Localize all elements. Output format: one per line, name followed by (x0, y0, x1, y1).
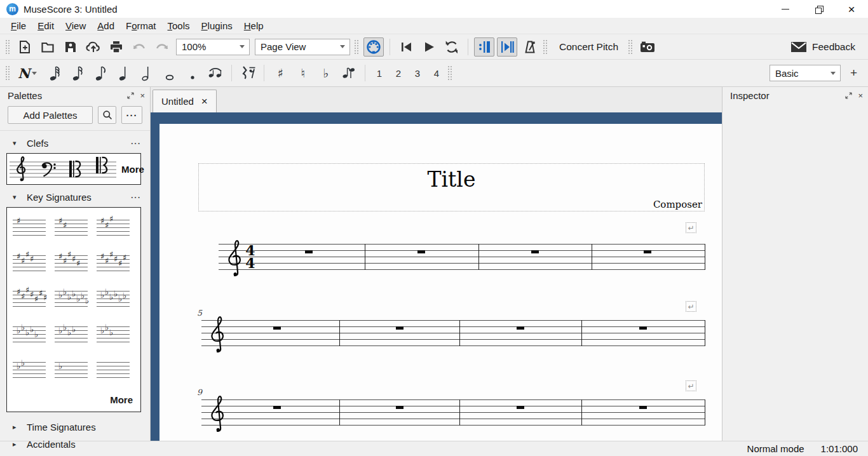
barline[interactable] (581, 320, 582, 346)
palette-key-signature-6-flats[interactable]: ♭♭♭♭♭♭ (92, 281, 134, 316)
whole-rest[interactable] (396, 326, 403, 330)
treble-clef[interactable] (222, 239, 243, 280)
play-button[interactable] (419, 37, 439, 57)
barline[interactable] (581, 399, 582, 426)
barline[interactable] (365, 244, 365, 270)
whole-rest[interactable] (639, 326, 647, 330)
sharp-button[interactable]: ♯ (270, 64, 290, 83)
barline[interactable] (478, 244, 479, 270)
palette-key-signature-2-sharps[interactable]: ♯♯ (50, 210, 92, 245)
feedback-button[interactable]: Feedback (790, 41, 855, 53)
palette-key-signature-3-flats[interactable]: ♭♭♭ (92, 316, 134, 352)
clefs-more-button[interactable]: More (121, 164, 144, 175)
score-canvas[interactable]: Title Composer 44↵5↵9↵ (151, 112, 722, 441)
palette-key-signature-open-atonal[interactable] (92, 352, 134, 387)
time-signature[interactable]: 44 (245, 244, 255, 269)
add-workspace-button[interactable]: + (844, 64, 863, 83)
whole-rest[interactable] (639, 406, 647, 409)
note-input-mode-button[interactable]: N (15, 64, 43, 83)
palettes-menu-button[interactable]: ··· (121, 106, 142, 124)
score-system-3[interactable]: 9 (201, 399, 705, 425)
whole-rest[interactable] (517, 326, 524, 330)
close-button[interactable]: × (835, 0, 868, 18)
close-panel-icon[interactable]: × (858, 91, 863, 100)
add-palettes-button[interactable]: Add Palettes (8, 106, 93, 124)
palette-key-signature-3-sharps[interactable]: ♯♯♯ (92, 210, 134, 245)
print-button[interactable] (106, 37, 126, 57)
tie-button[interactable] (205, 64, 226, 83)
whole-rest[interactable] (531, 250, 539, 253)
whole-rest[interactable] (273, 406, 281, 409)
palette-key-signature-6-sharps[interactable]: ♯♯♯♯♯♯ (92, 245, 134, 281)
search-palettes-button[interactable] (98, 106, 116, 124)
tab-close-icon[interactable]: × (201, 97, 208, 106)
treble-clef[interactable] (205, 315, 226, 356)
barline[interactable] (339, 399, 340, 426)
menu-file[interactable]: File (5, 19, 32, 32)
menu-plugins[interactable]: Plugins (196, 19, 238, 32)
system-break-marker[interactable]: ↵ (686, 301, 696, 312)
section-clefs[interactable]: ▾ Clefs ··· (0, 135, 150, 152)
voice-1-button[interactable]: 1 (370, 64, 389, 83)
duration-eighth-button[interactable] (91, 64, 111, 83)
flip-direction-button[interactable] (339, 64, 359, 83)
whole-rest[interactable] (396, 406, 403, 409)
open-file-button[interactable] (37, 37, 58, 57)
toolbar-grip[interactable] (543, 39, 547, 55)
rest-button[interactable] (238, 64, 258, 83)
voice-2-button[interactable]: 2 (389, 64, 408, 83)
palette-key-signature-2-flats[interactable]: ♭♭ (8, 352, 50, 387)
new-score-button[interactable] (15, 37, 35, 57)
section-key-signatures[interactable]: ▾ Key Signatures ··· (0, 189, 150, 206)
menu-view[interactable]: View (60, 19, 92, 32)
zoom-select[interactable]: 100% (176, 39, 250, 55)
palette-key-signature-7-flats[interactable]: ♭♭♭♭♭♭♭ (50, 281, 92, 316)
barline[interactable] (592, 244, 592, 270)
key-signatures-more-button[interactable]: More (7, 387, 140, 412)
menu-tools[interactable]: Tools (162, 19, 196, 32)
duration-16th-button[interactable] (68, 64, 88, 83)
metronome-toggle[interactable] (520, 37, 540, 57)
rewind-button[interactable] (396, 37, 416, 57)
minimize-button[interactable] (769, 0, 802, 18)
palette-key-signature-1-flat[interactable]: ♭ (50, 352, 92, 387)
menu-format[interactable]: Format (120, 19, 162, 32)
restore-button[interactable] (802, 0, 835, 18)
barline[interactable] (705, 320, 705, 346)
play-repeats-toggle[interactable] (474, 37, 494, 57)
toolbar-grip[interactable] (5, 65, 10, 81)
score-page[interactable]: Title Composer 44↵5↵9↵ (159, 124, 722, 441)
treble-clef[interactable] (205, 394, 226, 436)
score-title[interactable]: Title (199, 167, 704, 192)
whole-rest[interactable] (305, 250, 313, 253)
barline[interactable] (459, 399, 460, 426)
note-input-caret-icon[interactable] (32, 72, 39, 75)
workspace-select[interactable]: Basic (770, 65, 841, 81)
close-panel-icon[interactable]: × (140, 91, 145, 100)
toolbar-grip[interactable] (628, 39, 632, 55)
score-system-2[interactable]: 5 (201, 320, 705, 345)
float-panel-icon[interactable] (127, 92, 134, 99)
natural-button[interactable]: ♮ (293, 64, 313, 83)
menu-edit[interactable]: Edit (32, 19, 60, 32)
palette-clef-tenor[interactable] (90, 154, 116, 184)
palette-key-signature-4-flats[interactable]: ♭♭♭♭ (50, 316, 92, 352)
whole-rest[interactable] (273, 326, 281, 330)
palette-key-signature-7-sharps[interactable]: ♯♯♯♯♯♯♯ (8, 281, 50, 316)
palette-clef-treble[interactable] (10, 154, 36, 184)
whole-rest[interactable] (517, 406, 524, 409)
palette-key-signature-5-sharps[interactable]: ♯♯♯♯♯ (50, 245, 92, 281)
menu-add[interactable]: Add (92, 19, 120, 32)
toolbar-grip[interactable] (447, 65, 452, 81)
palette-key-signature-4-sharps[interactable]: ♯♯♯♯ (8, 245, 50, 281)
whole-rest[interactable] (417, 250, 425, 253)
flat-button[interactable]: ♭ (316, 64, 336, 83)
barline[interactable] (459, 320, 460, 346)
barline[interactable] (705, 399, 705, 426)
float-panel-icon[interactable] (845, 92, 852, 99)
system-break-marker[interactable]: ↵ (686, 222, 696, 233)
system-break-marker[interactable]: ↵ (686, 380, 696, 391)
image-capture-button[interactable] (637, 37, 658, 57)
toolbar-grip[interactable] (5, 39, 10, 55)
section-time-signatures[interactable]: ▸ Time Signatures (0, 419, 150, 436)
